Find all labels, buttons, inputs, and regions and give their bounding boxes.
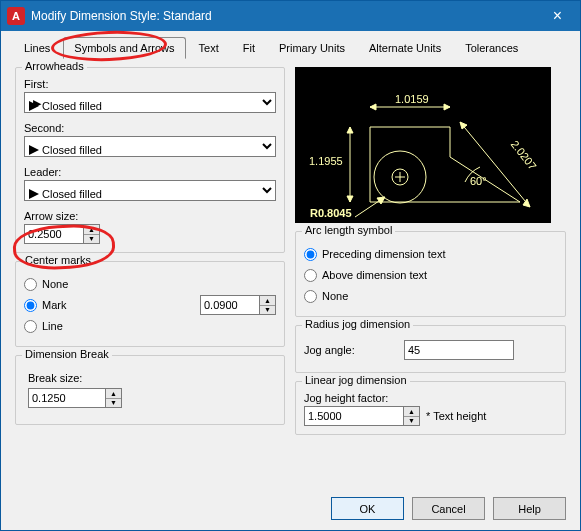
arclen-preceding-label: Preceding dimension text [322,248,446,260]
arrowheads-group: Arrowheads First: ▶ Closed filled Second… [15,67,285,253]
first-arrowhead-combo[interactable]: ▶ [24,92,276,113]
break-size-label: Break size: [28,372,276,384]
content-area: Arrowheads First: ▶ Closed filled Second… [1,59,580,451]
centermark-size-spinner[interactable]: ▲▼ [200,295,276,315]
spin-up-icon[interactable]: ▲ [404,407,419,417]
preview-dim1: 1.0159 [395,93,429,105]
centermark-none-radio[interactable] [24,278,37,291]
arclen-title: Arc length symbol [302,224,395,236]
arclen-above-label: Above dimension text [322,269,427,281]
preview-area: 1.0159 1.1955 2.0207 60° R0.8045 [295,67,551,223]
svg-line-13 [460,122,530,207]
jog-height-suffix: * Text height [426,410,486,422]
svg-marker-14 [460,122,467,129]
break-size-input[interactable] [28,388,106,408]
tab-tolerances[interactable]: Tolerances [454,37,529,59]
tab-bar: Lines Symbols and Arrows Text Fit Primar… [1,31,580,59]
spin-down-icon[interactable]: ▼ [106,399,121,408]
tab-text[interactable]: Text [188,37,230,59]
jog-height-spinner[interactable]: ▲▼ [304,406,420,426]
centermark-mark-radio[interactable] [24,299,37,312]
jog-height-label: Jog height factor: [304,392,557,404]
tab-lines[interactable]: Lines [13,37,61,59]
jog-angle-input[interactable] [404,340,514,360]
svg-marker-8 [370,104,376,110]
arclen-above-radio[interactable] [304,269,317,282]
centermarks-group: Center marks None Mark Line ▲▼ [15,261,285,347]
arclen-group: Arc length symbol Preceding dimension te… [295,231,566,317]
button-bar: OK Cancel Help [331,497,566,520]
tab-fit[interactable]: Fit [232,37,266,59]
break-size-spinner[interactable]: ▲▼ [28,388,276,408]
first-label: First: [24,78,276,90]
help-button[interactable]: Help [493,497,566,520]
spin-up-icon[interactable]: ▲ [106,389,121,399]
centermarks-title: Center marks [22,254,94,266]
svg-marker-9 [444,104,450,110]
arrow-size-spinner[interactable]: ▲▼ [24,224,276,244]
spin-down-icon[interactable]: ▼ [404,417,419,426]
titlebar: A Modify Dimension Style: Standard × [1,1,580,31]
radjog-title: Radius jog dimension [302,318,413,330]
linjog-title: Linear jog dimension [302,374,410,386]
centermark-mark-label: Mark [42,299,66,311]
leader-label: Leader: [24,166,276,178]
arclen-preceding-radio[interactable] [304,248,317,261]
ok-button[interactable]: OK [331,497,404,520]
centermark-none-label: None [42,278,68,290]
arclen-none-radio[interactable] [304,290,317,303]
dimbreak-title: Dimension Break [22,348,112,360]
arrow-size-label: Arrow size: [24,210,276,222]
window-title: Modify Dimension Style: Standard [31,9,535,23]
jog-angle-label: Jog angle: [304,344,394,356]
tab-primary-units[interactable]: Primary Units [268,37,356,59]
svg-marker-12 [347,196,353,202]
second-arrowhead-combo[interactable] [24,136,276,157]
arclen-none-label: None [322,290,348,302]
svg-marker-11 [347,127,353,133]
spin-down-icon[interactable]: ▼ [84,235,99,244]
tab-alternate-units[interactable]: Alternate Units [358,37,452,59]
spin-up-icon[interactable]: ▲ [260,296,275,306]
linjog-group: Linear jog dimension Jog height factor: … [295,381,566,435]
dialog-window: A Modify Dimension Style: Standard × Lin… [0,0,581,531]
preview-radius: R0.8045 [310,207,352,219]
centermark-line-radio[interactable] [24,320,37,333]
centermark-line-label: Line [42,320,63,332]
close-button[interactable]: × [535,1,580,31]
spin-up-icon[interactable]: ▲ [84,225,99,235]
leader-arrowhead-combo[interactable] [24,180,276,201]
tab-symbols-arrows[interactable]: Symbols and Arrows [63,37,185,59]
app-icon: A [7,7,25,25]
svg-marker-17 [377,197,385,204]
dimbreak-group: Dimension Break Break size: ▲▼ [15,355,285,425]
second-label: Second: [24,122,276,134]
cancel-button[interactable]: Cancel [412,497,485,520]
centermark-size-input[interactable] [200,295,260,315]
spin-down-icon[interactable]: ▼ [260,306,275,315]
jog-height-input[interactable] [304,406,404,426]
arrow-size-input[interactable] [24,224,84,244]
radjog-group: Radius jog dimension Jog angle: [295,325,566,373]
preview-angle: 60° [470,175,487,187]
arrowheads-title: Arrowheads [22,60,87,72]
preview-dim2: 1.1955 [309,155,343,167]
